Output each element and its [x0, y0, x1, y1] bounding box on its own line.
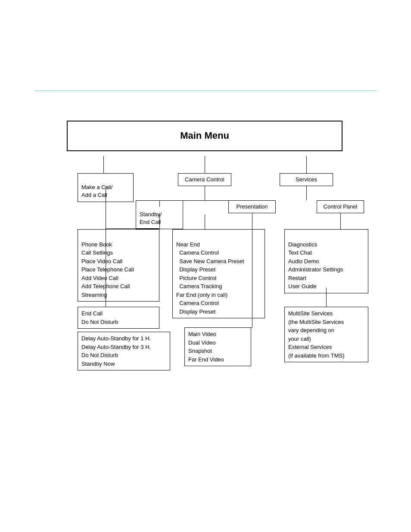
pres-mainvid-h — [218, 327, 252, 328]
camera-control-label: Camera Control — [185, 176, 224, 183]
services-label: Services — [296, 176, 317, 183]
standby-delay-v — [159, 213, 160, 228]
standby-delay-h — [106, 228, 159, 229]
services-v-down — [306, 186, 307, 200]
pres-mainvid-v — [252, 213, 252, 327]
presentation-label: Presentation — [237, 203, 268, 210]
diagram-wrapper: Main Menu Make a Call/Add a Call Camera … — [34, 121, 375, 388]
services-box: Services — [280, 173, 333, 186]
diagram-area: Main Menu Make a Call/Add a Call Camera … — [34, 121, 377, 388]
delay-box: Delay Auto-Standby for 1 H.Delay Auto-St… — [78, 332, 170, 370]
control-panel-box: Control Panel — [317, 200, 364, 213]
endcall-box: End CallDo Not Disturb — [78, 307, 159, 329]
camera-control-box: Camera Control — [178, 173, 231, 186]
main-v-line2 — [205, 156, 205, 173]
cam-ctrl-v-down — [205, 186, 205, 200]
standby-v-up — [159, 200, 160, 207]
main-menu-label: Main Menu — [180, 130, 229, 141]
main-v-line — [103, 156, 104, 173]
standby-delay-v2 — [106, 228, 106, 307]
main-menu-box: Main Menu — [67, 121, 342, 151]
main-v-line3 — [306, 156, 307, 173]
multisite-label: MultiSite Services(the MultiSite Service… — [288, 310, 345, 359]
standby-label: Standby/End Call — [140, 211, 162, 225]
diagnostics-box: DiagnosticsText ChatAudio DemoAdministra… — [284, 229, 368, 293]
phonebook-box: Phone BookCall SettingsPlace Video CallP… — [78, 229, 159, 302]
control-panel-label: Control Panel — [324, 203, 358, 210]
cam-ctrl-h — [159, 200, 230, 201]
diagnostics-label: DiagnosticsText ChatAudio DemoAdministra… — [288, 241, 343, 290]
make-a-call-label: Make a Call/Add a Call — [81, 184, 112, 198]
multisite-box: MultiSite Services(the MultiSite Service… — [284, 307, 368, 362]
nearend-box: Near End Camera Control Save New Camera … — [172, 229, 265, 318]
presentation-box: Presentation — [228, 200, 276, 213]
mainvideo-label: Main VideoDual VideoSnapshotFar End Vide… — [188, 331, 224, 363]
phonebook-label: Phone BookCall SettingsPlace Video CallP… — [81, 241, 134, 298]
nearend-label: Near End Camera Control Save New Camera … — [176, 241, 244, 315]
ctrlpanel-diag-v — [340, 213, 341, 229]
delay-label: Delay Auto-Standby for 1 H.Delay Auto-St… — [81, 335, 151, 367]
top-divider-line — [34, 90, 377, 91]
diag-multi-v — [326, 288, 327, 307]
mainvideo-box: Main VideoDual VideoSnapshotFar End Vide… — [184, 327, 251, 366]
endcall-label: End CallDo Not Disturb — [81, 310, 118, 325]
make-call-v-down — [106, 186, 106, 229]
cam-nearend-v — [205, 215, 205, 229]
